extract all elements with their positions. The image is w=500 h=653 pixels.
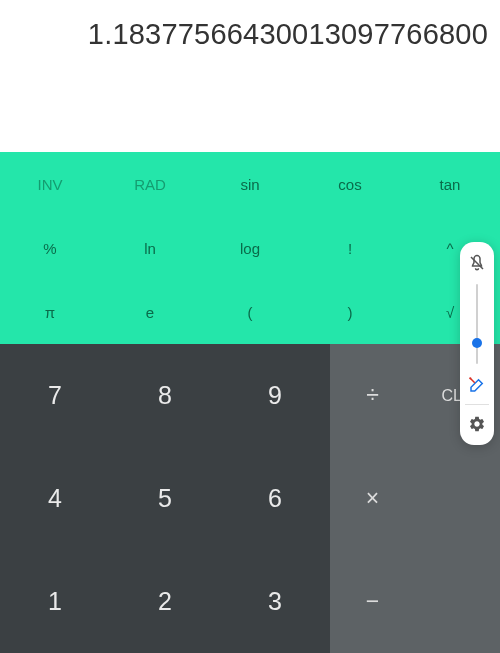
open-paren-button[interactable]: ( (248, 304, 253, 321)
sin-button[interactable]: sin (240, 176, 259, 193)
digit-8-button[interactable]: 8 (158, 381, 172, 410)
side-panel (460, 242, 494, 445)
digit-4-button[interactable]: 4 (48, 484, 62, 513)
minus-button[interactable]: − (366, 588, 379, 615)
sci-row-1: INV RAD sin cos tan (0, 152, 500, 216)
digit-2-button[interactable]: 2 (158, 587, 172, 616)
divide-button[interactable]: ÷ (366, 382, 379, 409)
scientific-panel: INV RAD sin cos tan % ln log ! ^ π e ( )… (0, 152, 500, 344)
volume-slider[interactable] (476, 284, 478, 364)
inv-button[interactable]: INV (37, 176, 62, 193)
main-panel: 7 8 9 4 5 6 1 2 3 ÷ CLR × − (0, 344, 500, 653)
ln-button[interactable]: ln (144, 240, 156, 257)
factorial-button[interactable]: ! (348, 240, 352, 257)
sci-row-3: π e ( ) √ (0, 280, 500, 344)
side-divider (465, 404, 489, 405)
digit-3-button[interactable]: 3 (268, 587, 282, 616)
log-button[interactable]: log (240, 240, 260, 257)
rad-button[interactable]: RAD (134, 176, 166, 193)
cos-button[interactable]: cos (338, 176, 361, 193)
pi-button[interactable]: π (45, 304, 55, 321)
close-paren-button[interactable]: ) (348, 304, 353, 321)
numpad: 7 8 9 4 5 6 1 2 3 (0, 344, 330, 653)
mute-icon[interactable] (466, 252, 488, 274)
power-button[interactable]: ^ (446, 240, 453, 257)
multiply-button[interactable]: × (366, 485, 379, 512)
digit-5-button[interactable]: 5 (158, 484, 172, 513)
sqrt-button[interactable]: √ (446, 304, 454, 321)
svg-point-2 (469, 377, 471, 379)
slider-thumb[interactable] (472, 338, 482, 348)
digit-6-button[interactable]: 6 (268, 484, 282, 513)
digit-1-button[interactable]: 1 (48, 587, 62, 616)
svg-line-0 (471, 257, 483, 269)
digit-7-button[interactable]: 7 (48, 381, 62, 410)
percent-button[interactable]: % (43, 240, 56, 257)
display-value: 1.18377566430013097766800 (88, 18, 488, 51)
sci-row-2: % ln log ! ^ (0, 216, 500, 280)
tan-button[interactable]: tan (440, 176, 461, 193)
gear-icon[interactable] (466, 413, 488, 435)
e-button[interactable]: e (146, 304, 154, 321)
display-area: 1.18377566430013097766800 (0, 0, 500, 152)
digit-9-button[interactable]: 9 (268, 381, 282, 410)
tools-icon[interactable] (466, 374, 488, 396)
